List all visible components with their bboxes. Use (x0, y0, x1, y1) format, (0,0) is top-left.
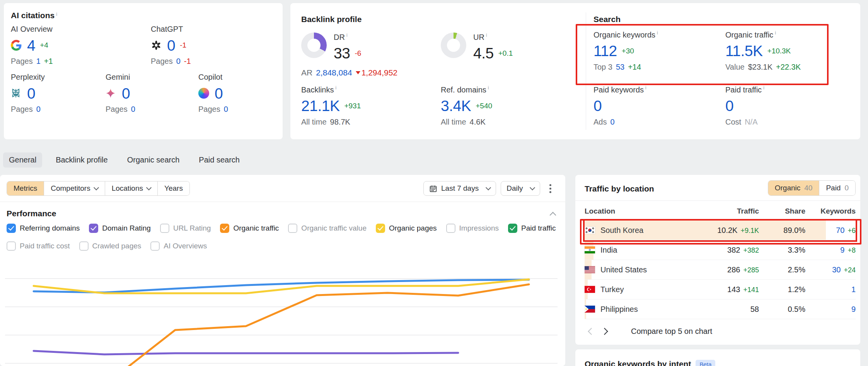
granularity-button[interactable]: Daily (501, 181, 540, 196)
metric-label: Impressions (459, 224, 499, 233)
metric-label: Referring domains (20, 224, 80, 233)
metric-label: URL Rating (173, 224, 211, 233)
performance-title: Performance (7, 209, 56, 218)
info-icon[interactable]: i (56, 12, 57, 17)
filter-button-years[interactable]: Years (157, 181, 189, 195)
stat-value-row: 0 (593, 97, 646, 115)
stat-sub-row: Top 353+14 (593, 63, 658, 72)
checkbox[interactable] (89, 224, 98, 233)
column-header-keywords: Keywords (805, 207, 856, 215)
location-name: United States (600, 265, 647, 274)
metric-checkbox-referring-domains[interactable]: Referring domains (7, 224, 80, 233)
metric-checkbox-domain-rating[interactable]: Domain Rating (89, 224, 151, 233)
metric-checkbox-impressions[interactable]: Impressions (446, 224, 499, 233)
info-icon[interactable]: i (335, 85, 336, 91)
info-icon[interactable]: i (645, 85, 646, 91)
ai-citations-card: AI citationsi AI Overview4+4Pages1+1Chat… (4, 3, 283, 139)
organic-traffic-stat: Organic traffici11.5K+10.3KValue$23.1K+2… (725, 30, 801, 72)
keywords-cell: 30+24 (805, 265, 856, 274)
toggle-organic[interactable]: Organic40 (768, 181, 819, 195)
next-page-icon[interactable] (598, 325, 611, 338)
metric-checkbox-paid-traffic-cost[interactable]: Paid traffic cost (7, 241, 70, 251)
domain-rating-stat: DRi33-6 (301, 32, 361, 62)
ai-value-row: 4+4 (11, 37, 151, 54)
checkbox[interactable] (79, 241, 89, 251)
ai-value-row: 0 (11, 85, 106, 102)
keywords-value: 9 (840, 246, 844, 255)
table-row-india[interactable]: India382+3823.3%9+8 (585, 240, 856, 260)
metric-checkbox-ai-overviews[interactable]: AI Overviews (150, 241, 207, 251)
ai-citations-header: AI citationsi (11, 11, 276, 20)
stat-sub-text: +14 (628, 63, 641, 72)
info-icon[interactable]: i (657, 30, 658, 36)
tab-organic-search[interactable]: Organic search (121, 152, 186, 168)
stat-delta: +540 (476, 102, 492, 110)
metric-checkbox-list: Referring domainsDomain RatingURL Rating… (7, 224, 560, 251)
ar-delta-value: 1,294,952 (362, 68, 397, 77)
stat-sub-text: Ads (593, 118, 607, 127)
gauge-text: URi4.5+0.1 (473, 32, 513, 62)
stat-label: Organic keywordsi (593, 30, 658, 39)
stat-value-row: 21.1K+931 (301, 97, 361, 115)
info-icon[interactable]: i (486, 32, 487, 38)
keywords-value: 1 (851, 285, 856, 294)
checkbox[interactable] (446, 224, 455, 233)
metric-checkbox-paid-traffic[interactable]: Paid traffic (508, 224, 556, 233)
traffic-value: 58 (750, 305, 759, 314)
traffic-value: 10.2K (717, 226, 737, 235)
collapse-section-icon[interactable] (551, 210, 555, 219)
checkbox[interactable] (508, 224, 517, 233)
citations-value: 0 (215, 86, 223, 101)
prev-page-icon[interactable] (585, 325, 598, 338)
stat-sub-row: Ads0 (593, 118, 646, 127)
ai-source-label: Copilot (198, 73, 228, 82)
tab-paid-search[interactable]: Paid search (193, 152, 246, 168)
flag-us-icon (585, 266, 595, 273)
date-range-button[interactable]: Last 7 days (423, 181, 496, 196)
table-row-united-states[interactable]: United States286+2852.5%30+24 (585, 260, 856, 280)
checkbox[interactable] (220, 224, 229, 233)
citations-value: 0 (122, 86, 130, 101)
stat-value-row: 4.5+0.1 (473, 45, 513, 62)
checkbox[interactable] (150, 241, 160, 251)
pages-text: 1 (36, 57, 41, 66)
share-value: 0.5% (759, 305, 805, 314)
pages-text: Pages (151, 57, 173, 66)
toggle-label: Organic (775, 184, 801, 192)
toggle-paid[interactable]: Paid0 (819, 181, 855, 195)
checkbox[interactable] (160, 224, 169, 233)
flag-tr-icon (585, 286, 595, 293)
filter-button-competitors[interactable]: Competitors (44, 181, 104, 195)
checkbox[interactable] (7, 241, 16, 251)
more-options-icon[interactable] (547, 182, 554, 195)
metric-checkbox-crawled-pages[interactable]: Crawled pages (79, 241, 142, 251)
table-row-philippines[interactable]: Philippines580.5%9 (585, 299, 856, 319)
calendar-icon (429, 185, 437, 193)
metric-checkbox-url-rating[interactable]: URL Rating (160, 224, 211, 233)
metric-label: AI Overviews (164, 242, 207, 250)
traffic-value: 382 (727, 246, 740, 255)
table-row-turkey[interactable]: Turkey143+1411.2%1 (585, 280, 856, 299)
metric-checkbox-organic-pages[interactable]: Organic pages (376, 224, 437, 233)
filter-button-metrics[interactable]: Metrics (7, 181, 44, 195)
stat-value: 3.4K (441, 98, 471, 113)
ai-value-row: 0 (198, 85, 228, 102)
info-icon[interactable]: i (346, 32, 348, 38)
table-body: South Korea10.2K+9.1K89.0%70+6India382+3… (585, 221, 856, 319)
checkbox[interactable] (376, 224, 385, 233)
info-icon[interactable]: i (763, 85, 764, 91)
checkbox[interactable] (7, 224, 16, 233)
metric-label: Paid traffic (521, 224, 556, 233)
compare-top5-link[interactable]: Compare top 5 on chart (631, 327, 712, 336)
info-icon[interactable]: i (488, 85, 489, 91)
search-title: Search (593, 15, 621, 24)
tab-backlink-profile[interactable]: Backlink profile (50, 152, 114, 168)
filter-button-locations[interactable]: Locations (105, 181, 157, 195)
table-row-south-korea[interactable]: South Korea10.2K+9.1K89.0%70+6 (585, 221, 856, 240)
pages-text: Pages (11, 57, 33, 66)
info-icon[interactable]: i (775, 30, 776, 36)
tab-general[interactable]: General (3, 152, 42, 168)
metric-checkbox-organic-traffic-value[interactable]: Organic traffic value (288, 224, 367, 233)
checkbox[interactable] (288, 224, 297, 233)
metric-checkbox-organic-traffic[interactable]: Organic traffic (220, 224, 279, 233)
